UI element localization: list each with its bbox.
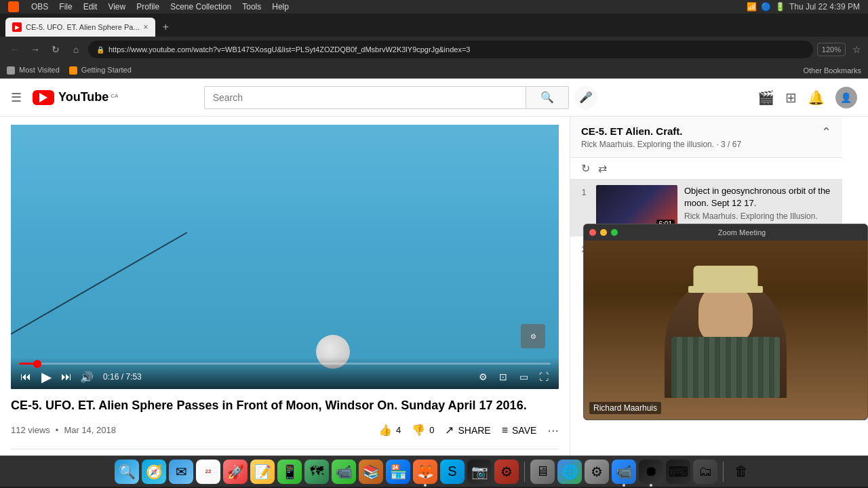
skip-forward-btn[interactable]: ⏭: [60, 370, 73, 384]
dock-item-migration[interactable]: 🖥: [530, 460, 555, 484]
dock-item-appstore[interactable]: 🏪: [386, 460, 410, 484]
forward-btn[interactable]: →: [27, 41, 43, 58]
new-tab-btn[interactable]: +: [157, 18, 176, 37]
person-shirt: [671, 337, 780, 398]
share-btn[interactable]: ↗ SHARE: [445, 420, 490, 441]
zoom-window-title: Zoom Meeting: [622, 228, 862, 237]
browser-tab-active[interactable]: ▶ CE-5. UFO. ET. Alien Sphere Pa... ×: [5, 18, 155, 37]
save-btn[interactable]: ≡ SAVE: [502, 420, 537, 441]
dock-item-phone[interactable]: 📱: [277, 460, 302, 484]
dock-item-firefox[interactable]: 🦊: [413, 460, 437, 484]
zoom-close-btn[interactable]: [589, 229, 596, 236]
theater-btn[interactable]: ▭: [517, 370, 530, 384]
youtube-logo[interactable]: YouTube CA: [33, 90, 118, 105]
home-btn[interactable]: ⌂: [68, 41, 84, 58]
other-bookmarks[interactable]: Other Bookmarks: [803, 66, 861, 75]
bookmark-getting-started[interactable]: Getting Started: [69, 66, 132, 75]
tab-close-btn[interactable]: ×: [144, 22, 149, 32]
video-diagonal-line: [11, 232, 187, 335]
youtube-logo-icon: [33, 90, 54, 105]
menu-view[interactable]: View: [104, 1, 130, 13]
miniplayer-btn[interactable]: ⊡: [496, 370, 510, 384]
dock-item-calendar[interactable]: 22: [196, 460, 220, 484]
back-btn[interactable]: ←: [7, 41, 23, 58]
macos-dock: 🔍 🧭 ✉ 22 🚀 📝 📱 🗺 📹 📚 🏪 🦊 S 📷 ⚙ 🖥 🌐 ⚙ 📹 ⏺…: [0, 455, 868, 487]
dock-item-books[interactable]: 📚: [359, 460, 383, 484]
dock-item-trash[interactable]: 🗑: [729, 460, 753, 484]
time-display: 0:16 / 7:53: [103, 372, 142, 382]
dislike-btn[interactable]: 👎 0: [412, 420, 434, 441]
search-input[interactable]: [204, 86, 526, 109]
video-player[interactable]: ⚙ ⏮ ▶ ⏭ 🔊 0:16 / 7:53: [11, 125, 559, 389]
zoom-minimize-btn[interactable]: [600, 229, 607, 236]
playlist-collapse-btn[interactable]: ⌃: [821, 125, 831, 140]
dock-item-maps[interactable]: 🗺: [304, 460, 329, 484]
dock-item-obs[interactable]: ⏺: [639, 460, 663, 484]
app-running-dot: [424, 484, 427, 487]
battery-icon: 🔋: [775, 2, 785, 12]
create-video-icon[interactable]: 🎬: [757, 89, 774, 106]
volume-btn[interactable]: 🔊: [80, 370, 94, 384]
video-meta: 112 views • Mar 14, 2018 👍 4 👎 0: [11, 420, 559, 441]
zoom-level[interactable]: 120%: [817, 43, 846, 56]
progress-dot: [33, 360, 41, 368]
dock-item-launchpad[interactable]: 🚀: [223, 460, 248, 484]
menu-scene-collection[interactable]: Scene Collection: [166, 1, 235, 13]
play-btn[interactable]: ▶: [39, 370, 53, 384]
dock-item-notes[interactable]: 📝: [250, 460, 275, 484]
channel-info: 👤 Rick Maarhuis. Exploring the illusion.…: [11, 449, 559, 455]
dock-item-facetime[interactable]: 📹: [332, 460, 356, 484]
dock-item-screenshot[interactable]: 📷: [467, 460, 492, 484]
app-running-dot: [650, 484, 652, 487]
bookmark-star-icon[interactable]: ☆: [852, 44, 861, 55]
mic-btn[interactable]: 🎤: [574, 86, 597, 109]
playlist-loop-icon[interactable]: ↻: [581, 162, 590, 175]
menu-help[interactable]: Help: [268, 1, 293, 13]
share-icon: ↗: [445, 424, 454, 436]
dock-item-finder2[interactable]: 🗂: [693, 460, 717, 484]
user-avatar[interactable]: 👤: [835, 87, 857, 108]
bookmark-most-visited[interactable]: Most Visited: [7, 66, 60, 75]
more-actions-btn[interactable]: ···: [547, 422, 559, 438]
zoom-maximize-btn[interactable]: [611, 229, 618, 236]
dock-item-mail[interactable]: ✉: [169, 460, 193, 484]
grid-apps-icon[interactable]: ⊞: [785, 89, 797, 106]
menu-file[interactable]: File: [55, 1, 76, 13]
dock-item-prefs[interactable]: ⚙: [585, 460, 609, 484]
dock-item-terminal[interactable]: ⌨: [666, 460, 690, 484]
menu-edit[interactable]: Edit: [79, 1, 102, 13]
playlist-header-info: CE-5. ET Alien. Craft. Rick Maarhuis. Ex…: [581, 125, 741, 149]
playlist-header: CE-5. ET Alien. Craft. Rick Maarhuis. Ex…: [570, 117, 842, 158]
playlist-item-info: Object in geosynchronous orbit of the mo…: [684, 185, 834, 221]
reload-btn[interactable]: ↻: [47, 41, 64, 58]
dock-item-safari[interactable]: 🧭: [142, 460, 166, 484]
youtube-header: ☰ YouTube CA 🔍 🎤 🎬 ⊞ 🔔 👤: [0, 79, 868, 117]
youtube-play-icon: [39, 93, 47, 102]
notifications-icon[interactable]: 🔔: [808, 89, 825, 106]
fullscreen-btn[interactable]: ⛶: [537, 370, 551, 384]
like-btn[interactable]: 👍 4: [378, 420, 401, 441]
playlist-shuffle-icon[interactable]: ⇄: [598, 162, 607, 175]
menu-obs[interactable]: OBS: [27, 1, 52, 13]
progress-bar[interactable]: [19, 363, 551, 365]
zoom-person-video: [584, 241, 867, 420]
dock-item-chrome[interactable]: 🌐: [557, 460, 582, 484]
dock-item-finder[interactable]: 🔍: [115, 460, 139, 484]
video-title: CE-5. UFO. ET. Alien Sphere Passes in Fr…: [11, 397, 559, 414]
youtube-header-right: 🎬 ⊞ 🔔 👤: [757, 87, 857, 108]
skip-back-btn[interactable]: ⏮: [19, 370, 33, 384]
menu-tools[interactable]: Tools: [238, 1, 265, 13]
hamburger-menu-icon[interactable]: ☰: [11, 90, 22, 105]
dock-item-scripts[interactable]: ⚙: [494, 460, 519, 484]
menu-profile[interactable]: Profile: [132, 1, 163, 13]
settings-btn[interactable]: ⚙: [476, 370, 490, 384]
dock-item-zoom[interactable]: 📹: [612, 460, 636, 484]
dock-item-skype[interactable]: S: [440, 460, 465, 484]
search-btn[interactable]: 🔍: [526, 86, 569, 109]
zoom-meeting-window[interactable]: Zoom Meeting Richard Maarhuis: [583, 224, 868, 420]
wifi-icon: 📶: [747, 2, 757, 12]
obs-icon: [8, 1, 19, 12]
video-section: ⚙ ⏮ ▶ ⏭ 🔊 0:16 / 7:53: [0, 117, 570, 455]
zoom-video-area: Richard Maarhuis: [584, 241, 867, 420]
address-bar[interactable]: 🔒 https://www.youtube.com/watch?v=WB147S…: [88, 41, 813, 58]
